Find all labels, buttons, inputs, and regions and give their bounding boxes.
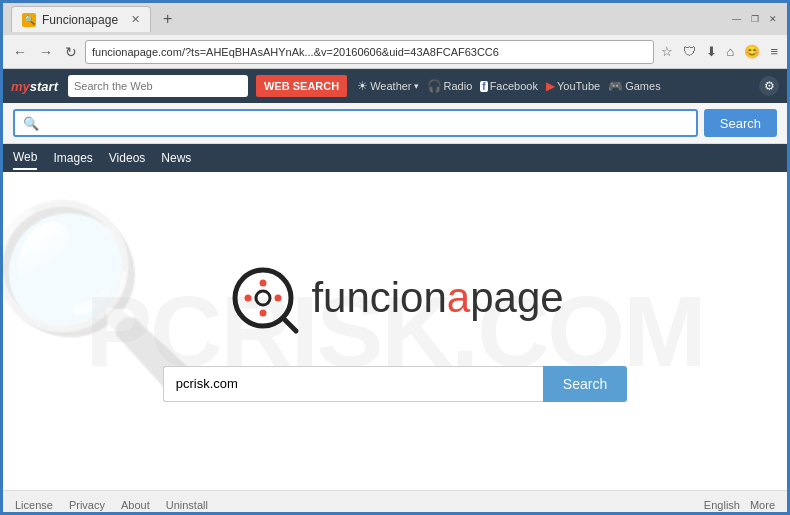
active-tab[interactable]: 🔍 Funcionapage ✕ — [11, 6, 151, 32]
footer-uninstall-link[interactable]: Uninstall — [166, 499, 208, 511]
close-button[interactable]: ✕ — [766, 13, 779, 26]
tab-nav-news[interactable]: News — [161, 147, 191, 169]
toolbar-facebook-link[interactable]: f Facebook — [480, 80, 538, 92]
forward-button[interactable]: → — [35, 42, 57, 62]
svg-point-6 — [256, 291, 270, 305]
toolbar-search-area — [68, 75, 248, 97]
logo-area: funcionapage — [226, 261, 563, 336]
bookmark-icon[interactable]: ☆ — [658, 42, 676, 61]
logo-icon — [226, 261, 301, 336]
footer-license-link[interactable]: License — [15, 499, 53, 511]
title-bar: 🔍 Funcionapage ✕ + — ❐ ✕ — [3, 3, 787, 35]
footer: License Privacy About Uninstall English … — [3, 490, 787, 515]
search-bar-area: Search — [3, 103, 787, 144]
tab-nav-videos[interactable]: Videos — [109, 147, 145, 169]
tab-nav-images[interactable]: Images — [53, 147, 92, 169]
svg-point-5 — [260, 309, 267, 316]
main-content: 🔍 PCRISK.COM funcionapage — [3, 172, 787, 490]
logo-funcion: funcion — [311, 274, 446, 321]
toolbar-weather-link[interactable]: ☀ Weather ▾ — [357, 79, 418, 93]
back-button[interactable]: ← — [9, 42, 31, 62]
toolbar-games-link[interactable]: 🎮 Games — [608, 79, 660, 93]
logo-text: funcionapage — [311, 274, 563, 322]
home-icon[interactable]: ⌂ — [724, 42, 738, 61]
weather-icon: ☀ — [357, 79, 368, 93]
tab-navigation: Web Images Videos News — [3, 144, 787, 172]
menu-icon[interactable]: ≡ — [767, 42, 781, 61]
minimize-button[interactable]: — — [730, 13, 743, 26]
window-controls: — ❐ ✕ — [730, 13, 779, 26]
svg-point-4 — [275, 294, 282, 301]
tab-favicon: 🔍 — [22, 13, 36, 27]
weather-dropdown-icon: ▾ — [414, 81, 419, 91]
download-icon[interactable]: ⬇ — [703, 42, 720, 61]
toolbar: mystart WEB SEARCH ☀ Weather ▾ 🎧 Radio f… — [3, 69, 787, 103]
svg-line-1 — [283, 318, 296, 331]
toolbar-links: ☀ Weather ▾ 🎧 Radio f Facebook ▶ YouTube… — [357, 79, 660, 93]
settings-icon: ⚙ — [764, 79, 775, 93]
main-search-button[interactable]: Search — [704, 109, 777, 137]
center-search-area: Search — [163, 366, 627, 402]
toolbar-youtube-link[interactable]: ▶ YouTube — [546, 79, 600, 93]
logo-a: a — [447, 274, 470, 321]
tab-nav-web[interactable]: Web — [13, 146, 37, 170]
toolbar-search-input[interactable] — [74, 80, 204, 92]
restore-button[interactable]: ❐ — [748, 13, 761, 26]
svg-point-2 — [245, 294, 252, 301]
mystart-logo: mystart — [11, 79, 58, 94]
tab-title: Funcionapage — [42, 13, 118, 27]
center-search-button[interactable]: Search — [543, 366, 627, 402]
footer-more[interactable]: More — [750, 499, 775, 511]
nav-icons: ☆ 🛡 ⬇ ⌂ 😊 ≡ — [658, 42, 781, 61]
profile-icon[interactable]: 😊 — [741, 42, 763, 61]
toolbar-settings-button[interactable]: ⚙ — [759, 76, 779, 96]
facebook-icon: f — [480, 81, 487, 92]
toolbar-radio-link[interactable]: 🎧 Radio — [427, 79, 473, 93]
tab-close-button[interactable]: ✕ — [131, 13, 140, 26]
svg-point-3 — [260, 279, 267, 286]
footer-privacy-link[interactable]: Privacy — [69, 499, 105, 511]
refresh-button[interactable]: ↻ — [61, 42, 81, 62]
logo-page: page — [470, 274, 563, 321]
shield-icon[interactable]: 🛡 — [680, 42, 699, 61]
youtube-icon: ▶ — [546, 79, 555, 93]
footer-right: English More — [704, 499, 775, 511]
nav-bar: ← → ↻ ☆ 🛡 ⬇ ⌂ 😊 ≡ — [3, 35, 787, 69]
main-search-input[interactable] — [13, 109, 698, 137]
footer-language[interactable]: English — [704, 499, 740, 511]
new-tab-button[interactable]: + — [157, 6, 178, 32]
footer-about-link[interactable]: About — [121, 499, 150, 511]
radio-icon: 🎧 — [427, 79, 442, 93]
address-bar[interactable] — [85, 40, 654, 64]
games-icon: 🎮 — [608, 79, 623, 93]
web-search-button[interactable]: WEB SEARCH — [256, 75, 347, 97]
center-search-input[interactable] — [163, 366, 543, 402]
